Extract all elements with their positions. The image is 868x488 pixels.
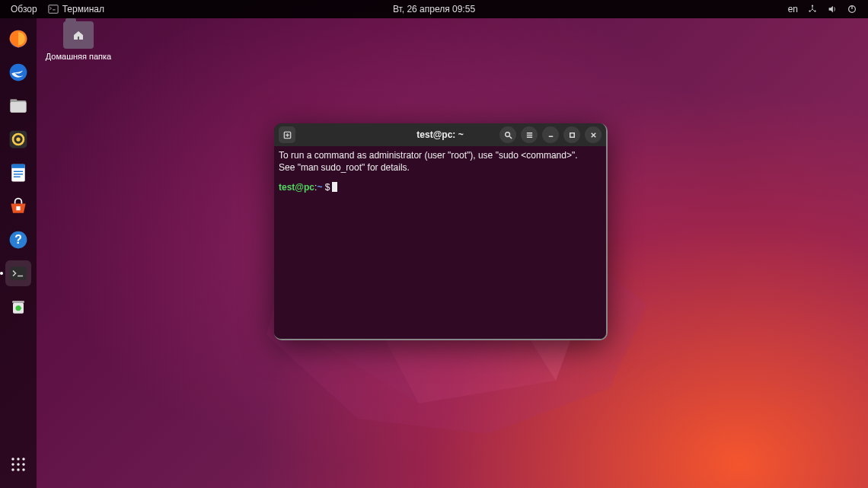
svg-point-30 — [22, 468, 25, 471]
cursor — [332, 182, 337, 192]
svg-point-36 — [505, 132, 509, 136]
svg-rect-20 — [12, 301, 24, 303]
svg-rect-15 — [16, 206, 20, 210]
svg-rect-18 — [11, 266, 27, 280]
desktop-home-folder[interactable]: Домашняя папка — [44, 21, 113, 61]
new-tab-button[interactable] — [279, 126, 295, 143]
clock[interactable]: Вт, 26 апреля 09:55 — [393, 4, 475, 14]
motd-line: To run a command as administrator (user … — [279, 150, 578, 161]
folder-icon — [63, 21, 94, 49]
dock: ? — [0, 18, 37, 488]
close-button[interactable] — [585, 126, 602, 143]
power-icon[interactable] — [847, 4, 857, 14]
svg-point-23 — [17, 458, 20, 461]
dock-writer[interactable] — [5, 160, 31, 186]
show-applications-button[interactable] — [5, 451, 31, 477]
active-app-menu[interactable]: Терминал — [48, 4, 104, 14]
titlebar[interactable]: test@pc: ~ — [274, 123, 606, 146]
volume-icon[interactable] — [827, 4, 838, 14]
svg-point-28 — [11, 468, 14, 471]
svg-rect-37 — [570, 132, 574, 137]
dock-firefox[interactable] — [5, 26, 31, 52]
terminal-window: test@pc: ~ To run a command as administr… — [274, 123, 608, 340]
dock-rhythmbox[interactable] — [5, 126, 31, 152]
svg-point-29 — [17, 468, 20, 471]
network-icon[interactable] — [807, 4, 818, 14]
dock-trash[interactable] — [5, 294, 31, 320]
svg-point-27 — [22, 463, 25, 466]
svg-text:?: ? — [14, 233, 22, 246]
desktop-home-label: Домашняя папка — [44, 52, 113, 61]
terminal-body[interactable]: To run a command as administrator (user … — [274, 146, 606, 339]
svg-point-22 — [11, 458, 14, 461]
svg-rect-8 — [11, 102, 27, 113]
dock-software[interactable] — [5, 193, 31, 219]
dock-files[interactable] — [5, 93, 31, 119]
maximize-button[interactable] — [563, 126, 580, 143]
prompt-user: test@pc — [279, 182, 314, 193]
active-app-label: Терминал — [62, 4, 104, 14]
prompt-char: $ — [325, 182, 330, 193]
svg-point-3 — [814, 10, 815, 11]
svg-rect-14 — [11, 164, 25, 168]
motd-line: See "man sudo_root" for details. — [279, 162, 410, 173]
svg-point-24 — [22, 458, 25, 461]
dock-terminal[interactable] — [5, 260, 31, 286]
top-bar: Обзор Терминал Вт, 26 апреля 09:55 en — [0, 0, 868, 18]
svg-point-25 — [11, 463, 14, 466]
search-button[interactable] — [499, 126, 516, 143]
svg-point-26 — [17, 463, 20, 466]
terminal-icon — [48, 4, 59, 14]
window-title: test@pc: ~ — [416, 129, 463, 140]
svg-point-1 — [812, 5, 813, 6]
dock-help[interactable]: ? — [5, 227, 31, 253]
dock-thunderbird[interactable] — [5, 59, 31, 85]
svg-rect-0 — [49, 5, 58, 14]
prompt-line: test@pc:~ $ — [279, 181, 602, 193]
svg-point-12 — [16, 137, 20, 141]
prompt-path: ~ — [317, 182, 322, 193]
svg-point-2 — [809, 10, 810, 11]
activities-button[interactable]: Обзор — [11, 4, 37, 14]
input-language-indicator[interactable]: en — [788, 4, 798, 14]
menu-button[interactable] — [521, 126, 538, 143]
svg-rect-9 — [11, 99, 18, 102]
minimize-button[interactable] — [542, 126, 559, 143]
